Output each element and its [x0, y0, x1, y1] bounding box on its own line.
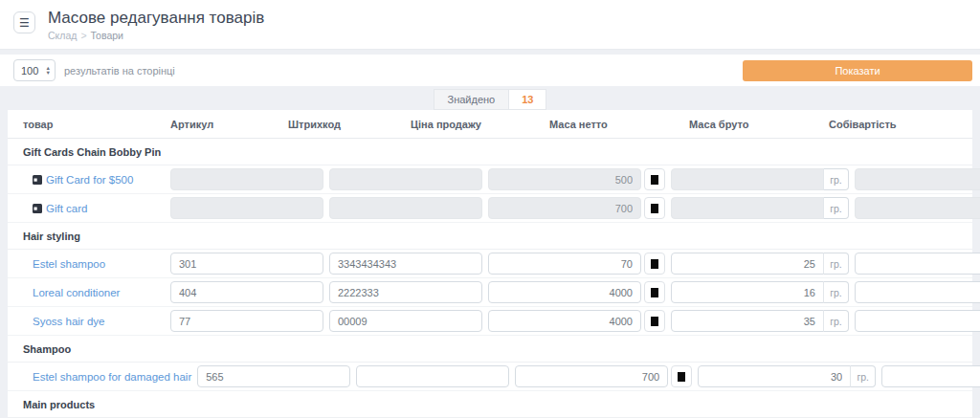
found-label: Знайдено: [434, 89, 510, 110]
sku-input[interactable]: [170, 281, 323, 303]
product-link[interactable]: Gift Card for $500: [46, 174, 133, 186]
column-header-gross: Маса бруто: [689, 119, 823, 130]
sku-input[interactable]: [170, 253, 323, 275]
column-header-barcode: Штрихкод: [288, 119, 405, 130]
gross-input[interactable]: [855, 310, 980, 332]
page-title: Масове редагування товарів: [48, 9, 264, 28]
menu-button[interactable]: ☰: [13, 11, 35, 33]
barcode-input[interactable]: [329, 310, 482, 332]
column-header-net: Маса нетто: [549, 119, 683, 130]
table-row: Estel shampooгр.гр.: [8, 250, 972, 278]
gross-input: [855, 197, 980, 219]
price-input: [488, 197, 641, 219]
column-header-price: Ціна продажу: [411, 119, 544, 130]
gross-input[interactable]: [881, 365, 980, 387]
per-page-label: результатів на сторінці: [64, 65, 175, 77]
gross-input[interactable]: [855, 281, 980, 303]
gross-input: [855, 168, 980, 190]
barcode-input[interactable]: [329, 281, 482, 303]
product-link[interactable]: Estel shampoo for damaged hair: [33, 371, 191, 383]
net-input[interactable]: [671, 253, 824, 275]
breadcrumb: Склад>Товари: [48, 30, 264, 41]
currency-glyph-icon: [644, 253, 665, 275]
products-table: товарАртикулШтрихкодЦіна продажуМаса нет…: [8, 110, 972, 418]
breadcrumb-item-sklad[interactable]: Склад: [48, 30, 77, 41]
sku-input[interactable]: [170, 310, 323, 332]
per-page-control: 100 ▲▼ результатів на сторінці: [13, 59, 175, 81]
barcode-input[interactable]: [329, 253, 482, 275]
unit-suffix: гр.: [850, 365, 876, 387]
price-input[interactable]: [488, 281, 641, 303]
table-row: Loreal conditionerгр.гр.: [8, 278, 972, 307]
unit-suffix: гр.: [823, 168, 849, 190]
gross-input[interactable]: [855, 253, 980, 275]
group-row: Hair styling: [8, 223, 972, 250]
currency-glyph-icon: [644, 197, 665, 219]
per-page-select[interactable]: 100 ▲▼: [13, 59, 56, 81]
sku-input[interactable]: [197, 365, 350, 387]
stepper-arrows-icon: ▲▼: [46, 66, 51, 75]
table-row: Gift cardгр.гр.: [8, 194, 972, 223]
breadcrumb-item-tovary[interactable]: Товари: [91, 30, 123, 41]
net-input[interactable]: [698, 365, 851, 387]
product-link[interactable]: Syoss hair dye: [33, 316, 104, 327]
currency-glyph-icon: [644, 281, 665, 303]
net-input: [671, 197, 824, 219]
currency-glyph-icon: [644, 310, 665, 332]
header-text: Масове редагування товарів Склад>Товари: [48, 9, 264, 41]
toolbar: 100 ▲▼ результатів на сторінці Показати: [0, 55, 980, 86]
unit-suffix: гр.: [823, 281, 849, 303]
group-row: Gift Cards Chain Bobby Pin: [8, 139, 972, 165]
found-count: 13: [509, 89, 546, 110]
price-input[interactable]: [488, 310, 641, 332]
gift-card-icon: [33, 204, 42, 213]
found-row: Знайдено 13: [0, 86, 980, 110]
net-input[interactable]: [671, 310, 824, 332]
gift-card-icon: [33, 175, 42, 185]
unit-suffix: гр.: [823, 197, 849, 219]
found-badge: Знайдено 13: [434, 89, 547, 110]
table-header-row: товарАртикулШтрихкодЦіна продажуМаса нет…: [8, 110, 972, 139]
table-row: Syoss hair dyeгр.гр.: [8, 307, 972, 336]
show-button[interactable]: Показати: [743, 60, 972, 81]
column-header-cost: Собівартість: [829, 119, 957, 130]
table-row: Gift Card for $500гр.гр.: [8, 165, 972, 194]
product-link[interactable]: Estel shampoo: [33, 258, 105, 270]
table-row: Estel shampoo for damaged hairгр.гр.: [8, 363, 972, 391]
per-page-value: 100: [21, 65, 38, 77]
price-input: [488, 168, 641, 190]
group-row: Shampoo: [8, 336, 972, 363]
net-input[interactable]: [671, 281, 824, 303]
unit-suffix: гр.: [823, 253, 849, 275]
group-row: Main products: [8, 391, 972, 418]
column-header-sku: Артикул: [170, 119, 282, 130]
price-input[interactable]: [488, 253, 641, 275]
page-header: ☰ Масове редагування товарів Склад>Товар…: [0, 0, 980, 50]
menu-icon: ☰: [19, 16, 30, 30]
currency-glyph-icon: [671, 365, 692, 387]
barcode-input: [329, 197, 482, 219]
breadcrumb-separator: >: [80, 30, 86, 41]
sku-input: [170, 197, 323, 219]
net-input: [671, 168, 824, 190]
product-link[interactable]: Loreal conditioner: [33, 287, 120, 298]
barcode-input[interactable]: [356, 365, 509, 387]
product-link[interactable]: Gift card: [46, 203, 87, 214]
sku-input: [170, 168, 323, 190]
column-header-product: товар: [23, 119, 165, 130]
barcode-input: [329, 168, 482, 190]
table-body: Gift Cards Chain Bobby PinGift Card for …: [8, 139, 972, 418]
unit-suffix: гр.: [823, 310, 849, 332]
currency-glyph-icon: [644, 168, 665, 190]
price-input[interactable]: [515, 365, 668, 387]
